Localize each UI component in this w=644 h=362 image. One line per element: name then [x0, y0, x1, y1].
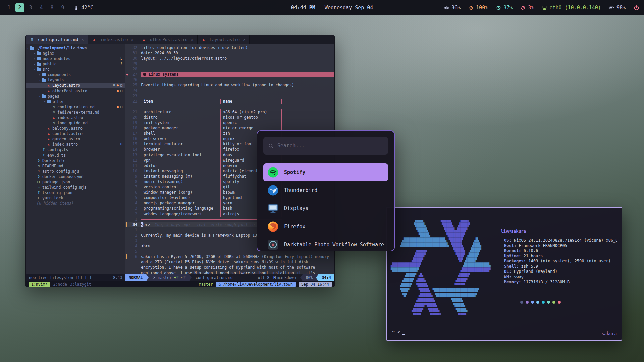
tree-item-nginx[interactable]: ▸nginx — [26, 51, 125, 56]
close-icon[interactable]: × — [191, 37, 193, 42]
line-number: 18 — [129, 125, 137, 131]
line-content — [141, 77, 334, 82]
tree-item-contact-astro[interactable]: ▲contact.astro — [26, 131, 125, 136]
line-content — [141, 104, 334, 109]
line-number: 8 — [129, 179, 137, 184]
line-number: 7 — [129, 184, 137, 190]
tree-item-layouts[interactable]: ▾layouts — [26, 77, 125, 83]
file-icon-docker: D — [37, 174, 41, 179]
tree-item-dockerfile[interactable]: DDockerfile — [26, 158, 125, 163]
search-input[interactable] — [277, 143, 383, 149]
astro-icon: ▲ — [202, 38, 206, 41]
fetch-label: Uptime: — [504, 254, 524, 258]
line-content: init systemopenrc — [141, 120, 334, 125]
module-disk: 37% — [496, 5, 513, 11]
tree-item-tsconfig-json[interactable]: Ttsconfig.json — [26, 190, 125, 195]
tree-item-public[interactable]: ▸public? — [26, 61, 125, 67]
tree-item-package-json[interactable]: {}package.json — [26, 179, 125, 185]
tree-item-node-modules[interactable]: ▸node_modulesE — [26, 56, 125, 61]
power-icon[interactable] — [634, 5, 639, 11]
status-badge: ● — [117, 83, 119, 88]
workspace-1[interactable]: 1 — [5, 3, 13, 12]
launcher-item-darktable-photo-workflow-software[interactable]: Darktable Photo Workflow Software — [263, 236, 388, 251]
chevron-right-icon: ▸ — [33, 56, 37, 61]
tree-item-readme-md[interactable]: MREADME.md — [26, 163, 125, 169]
fetch-value: Hyprland (Wayland) — [514, 269, 557, 274]
table-cell-name: openrc — [221, 120, 282, 125]
neotree-statusline: neo-tree filesystem [1] [-] 8:13 — [26, 274, 125, 281]
launcher-item-thunderbird[interactable]: Thunderbird — [263, 181, 388, 199]
tree-item-6-hidden-items[interactable]: (6 hidden items) — [26, 201, 125, 206]
terminal-color-palette — [501, 301, 621, 304]
separator-icon — [316, 274, 318, 281]
table-cell-item: init system — [141, 120, 221, 125]
workspace-2[interactable]: 2 — [15, 3, 24, 12]
tree-label: package.json — [42, 179, 70, 185]
tree-item-tailwind-config-mjs[interactable]: ~tailwind.config.mjs — [26, 185, 125, 190]
launcher-item-spotify[interactable]: Spotify — [263, 163, 388, 181]
tree-item-config-ts[interactable]: Tconfig.ts — [26, 147, 125, 153]
terminal-window[interactable]: ▗▄▄▄ ▗▄▄▄▄ ▄▄▄▖ ▜███▙ ▜███▙ ▟███▛ ▜███▙ … — [386, 207, 622, 341]
tree-item-index-astro[interactable]: ▲index.astroH — [26, 142, 125, 147]
tab-configuration-md[interactable]: Mconfiguration.md× — [26, 35, 88, 44]
tree-item-src[interactable]: ▾src — [26, 67, 125, 72]
launcher-item-label: Firefox — [284, 224, 305, 230]
tree-label: src — [43, 67, 50, 72]
tab-layout-astro[interactable]: ▲Layout.astro× — [198, 35, 250, 44]
table-cell-item: shell — [141, 131, 221, 136]
chevron-down-icon: ▾ — [43, 99, 47, 104]
fetch-value: sway — [514, 275, 524, 279]
close-icon[interactable]: × — [243, 37, 245, 42]
workspace-9[interactable]: 9 — [58, 3, 67, 12]
line-content: itemname — [141, 99, 334, 104]
tab-otherpost-astro[interactable]: ▲otherPost.astro× — [138, 35, 198, 44]
close-icon[interactable]: × — [81, 37, 84, 42]
fetch-info-row: WM: sway — [504, 275, 617, 280]
buffer-line: 20distronixos or gentoo — [125, 115, 334, 120]
astro-icon: ▲ — [142, 38, 146, 41]
search-box[interactable] — [263, 137, 388, 155]
markdown-icon: M — [30, 38, 34, 41]
tree-item-layout-astro[interactable]: ▲Layout.astroH●□ — [26, 83, 125, 88]
git-blame: You, 5 days ago - feat: write rough post… — [150, 222, 255, 227]
tree-label: otherPost.astro — [52, 88, 87, 94]
launcher-item-displays[interactable]: Displays — [263, 199, 388, 218]
tree-item-docker-compose-yml[interactable]: Ddocker-compose.yml — [26, 174, 125, 179]
fetch-info-row: OS: NixOS 24.11.20240828.71e91c4 (Vicuna… — [504, 238, 617, 243]
tree-item-other[interactable]: ▾other — [26, 99, 125, 104]
tree-item-env-d-ts[interactable]: Tenv.d.ts — [26, 153, 125, 158]
tree-item-fediverse-terms-md[interactable]: Mfediverse-terms.md — [26, 110, 125, 115]
line-number: 10 — [129, 168, 137, 174]
tree-item-balcony-astro[interactable]: ▲balcony.astro — [26, 126, 125, 131]
folder-icon — [42, 79, 46, 82]
tree-root[interactable]: ▾ ~/Development/liv.town — [26, 45, 125, 51]
fetch-info-row: Shell: zsh 5.9 — [504, 264, 617, 269]
workspace-8[interactable]: 8 — [48, 3, 56, 12]
sign-column — [125, 77, 129, 82]
tmux-window-2[interactable]: 2:node — [53, 282, 67, 287]
tree-item-astro-config-mjs[interactable]: Jastro.config.mjs — [26, 169, 125, 174]
close-icon[interactable]: × — [131, 37, 133, 42]
tree-item-garden-astro[interactable]: ▲garden.astro — [26, 136, 125, 142]
line-number: 1 — [129, 227, 137, 233]
tmux-window-3[interactable]: 3:lazygit — [70, 282, 91, 287]
tree-item-index-astro[interactable]: ▲index.astro — [26, 115, 125, 120]
workspace-4[interactable]: 4 — [37, 3, 46, 12]
launcher-item-firefox[interactable]: Firefox — [263, 218, 388, 236]
tree-item-tone-guide-md[interactable]: Mtone-guide.md — [26, 120, 125, 126]
tree-item-yarn-lock[interactable]: Lyarn.lock — [26, 195, 125, 201]
app-launcher[interactable]: SpotifyThunderbirdDisplaysFirefoxDarktab… — [257, 130, 395, 251]
tmux-window-1[interactable]: 1:nvim* — [29, 282, 50, 287]
tree-item-pages[interactable]: ▾pages — [26, 94, 125, 99]
module-gear-value: 100% — [476, 5, 488, 11]
tree-item-configuration-md[interactable]: Mconfiguration.md●□ — [26, 104, 125, 110]
buffer-line: ▎6sakura has a Ryzen 5 7640U, 32GB of DD… — [125, 254, 334, 274]
tree-item-components[interactable]: ▸components — [26, 72, 125, 77]
tree-item-otherpost-astro[interactable]: ▲otherPost.astro●□ — [26, 88, 125, 94]
session-name: sakura — [602, 331, 617, 336]
palette-dot-4 — [536, 301, 539, 304]
workspace-3[interactable]: 3 — [26, 3, 35, 12]
tab-index-astro[interactable]: ▲index.astro× — [88, 35, 138, 44]
fetch-label: WM: — [504, 275, 514, 279]
line-number: 31 — [129, 50, 137, 56]
